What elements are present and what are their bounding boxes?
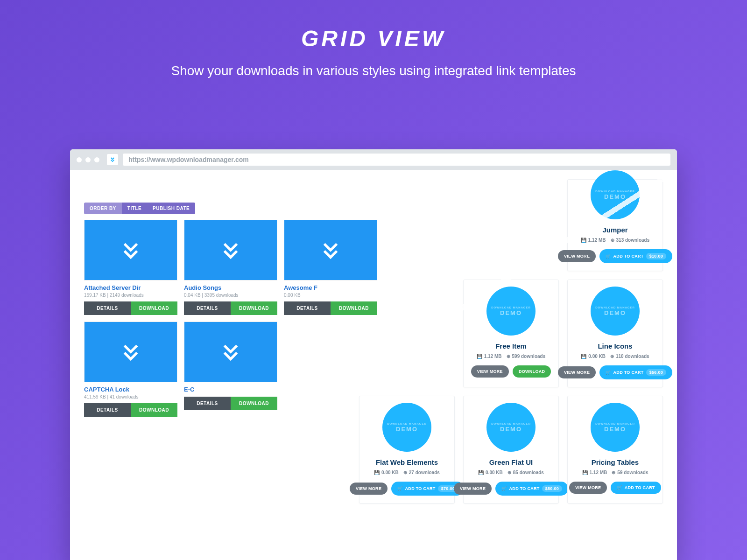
card-actions: VIEW MORE 🛒ADD TO CART$10.00 (573, 249, 657, 263)
add-to-cart-button[interactable]: 🛒ADD TO CART$70.00 (391, 482, 464, 496)
download-card-a: Audio Songs 0.04 KB | 3395 downloads DET… (184, 220, 277, 315)
browser-chrome: https://www.wpdownloadmanager.com (70, 149, 677, 170)
window-dot[interactable] (94, 157, 99, 162)
details-button[interactable]: DETAILS (284, 301, 331, 315)
download-count: ⊕599 downloads (507, 354, 546, 359)
thumbnail[interactable] (284, 220, 377, 280)
grid-style-b: DOWNLOAD MANAGER DEMO Jumper 💾1.12 MB ⊕3… (364, 179, 663, 504)
cart-icon: 🛒 (606, 370, 611, 375)
card-actions: DETAILS DOWNLOAD (284, 301, 377, 315)
download-count-icon: ⊕ (507, 470, 511, 475)
download-card-b: DOWNLOAD MANAGER DEMO Line Icons 💾0.00 K… (567, 280, 663, 387)
download-button[interactable]: DOWNLOAD (231, 397, 277, 410)
card-meta: 💾0.00 KB ⊕85 downloads (469, 470, 553, 475)
hero: GRID VIEW Show your downloads in various… (0, 0, 747, 80)
cart-icon: 🛒 (617, 485, 622, 490)
demo-badge: DOWNLOAD MANAGER DEMO (486, 287, 536, 336)
thumbnail[interactable] (184, 322, 277, 382)
disk-icon: 💾 (581, 354, 586, 359)
demo-badge-bottom: DEMO (396, 426, 418, 433)
demo-badge: DOWNLOAD MANAGER DEMO (591, 403, 640, 452)
card-meta: 💾0.00 KB ⊕27 downloads (365, 470, 449, 475)
card-title[interactable]: Attached Server Dir (84, 284, 177, 291)
file-size: 💾0.00 KB (374, 470, 399, 475)
download-card-a: Awesome F 0.00 KB DETAILS DOWNLOAD (284, 220, 377, 315)
card-meta: 159.17 KB | 2149 downloads (84, 293, 177, 298)
details-button[interactable]: DETAILS (184, 301, 231, 315)
card-meta: 411.59 KB | 41 downloads (84, 394, 177, 399)
add-to-cart-button[interactable]: 🛒ADD TO CART$80.00 (495, 482, 568, 496)
view-more-button[interactable]: VIEW MORE (454, 483, 492, 495)
download-button[interactable]: DOWNLOAD (513, 365, 551, 378)
thumbnail[interactable] (84, 322, 177, 382)
thumbnail[interactable] (184, 220, 277, 280)
add-to-cart-button[interactable]: 🛒ADD TO CART$10.00 (599, 249, 672, 263)
demo-badge: DOWNLOAD MANAGER DEMO (382, 403, 431, 452)
view-more-button[interactable]: VIEW MORE (569, 482, 607, 494)
download-count-icon: ⊕ (507, 354, 510, 359)
download-count-icon: ⊕ (611, 238, 614, 243)
download-button[interactable]: DOWNLOAD (131, 403, 177, 417)
add-to-cart-label: ADD TO CART (625, 485, 655, 490)
download-count: ⊕110 downloads (610, 354, 649, 359)
add-to-cart-label: ADD TO CART (613, 254, 644, 259)
card-title[interactable]: Pricing Tables (573, 458, 657, 466)
favicon (107, 154, 118, 165)
demo-badge-bottom: DEMO (604, 309, 626, 316)
card-title[interactable]: CAPTCHA Lock (84, 386, 177, 393)
download-button[interactable]: DOWNLOAD (131, 301, 177, 315)
card-meta: 💾1.12 MB ⊕313 downloads (573, 238, 657, 243)
details-button[interactable]: DETAILS (84, 301, 131, 315)
download-count: ⊕59 downloads (612, 470, 648, 475)
view-more-button[interactable]: VIEW MORE (471, 365, 509, 378)
order-by-bar: ORDER BY TITLE PUBLISH DATE (84, 203, 374, 214)
demo-badge-top: DOWNLOAD MANAGER (387, 422, 427, 425)
card-title[interactable]: E-C (184, 386, 277, 393)
cart-icon: 🛒 (397, 486, 402, 491)
disk-icon: 💾 (374, 470, 380, 475)
card-meta: 💾1.12 MB ⊕599 downloads (469, 354, 553, 359)
file-size: 💾1.12 MB (477, 354, 502, 359)
thumbnail[interactable] (84, 220, 177, 280)
card-actions: VIEW MORE 🛒ADD TO CART$80.00 (469, 482, 553, 496)
cart-icon: 🛒 (501, 486, 507, 491)
add-to-cart-button[interactable]: 🛒ADD TO CART$56.00 (599, 365, 672, 379)
demo-badge-bottom: DEMO (500, 309, 522, 316)
order-by-publish-date[interactable]: PUBLISH DATE (147, 203, 195, 214)
card-title[interactable]: Awesome F (284, 284, 377, 291)
download-card-b: DOWNLOAD MANAGER DEMO Pricing Tables 💾1.… (567, 396, 663, 504)
demo-badge-top: DOWNLOAD MANAGER (595, 422, 635, 425)
card-title[interactable]: Jumper (573, 226, 657, 234)
details-button[interactable]: DETAILS (184, 397, 231, 410)
view-more-button[interactable]: VIEW MORE (558, 366, 596, 378)
download-button[interactable]: DOWNLOAD (231, 301, 277, 315)
card-actions: VIEW MORE 🛒ADD TO CART$70.00 (365, 482, 449, 496)
hero-subtitle: Show your downloads in various styles us… (0, 62, 747, 80)
window-dot[interactable] (85, 157, 91, 162)
url-bar[interactable]: https://www.wpdownloadmanager.com (123, 154, 670, 166)
card-title[interactable]: Free Item (469, 342, 553, 350)
download-card-b: DOWNLOAD MANAGER DEMO Flat Web Elements … (359, 396, 455, 504)
card-title[interactable]: Green Flat UI (469, 458, 553, 466)
disk-icon: 💾 (582, 470, 588, 475)
card-title[interactable]: Flat Web Elements (365, 458, 449, 466)
order-by-title[interactable]: TITLE (122, 203, 147, 214)
window-controls[interactable] (77, 157, 99, 162)
card-title[interactable]: Audio Songs (184, 284, 277, 291)
view-more-button[interactable]: VIEW MORE (558, 250, 596, 262)
card-meta: 0.04 KB | 3395 downloads (184, 293, 277, 298)
add-to-cart-button[interactable]: 🛒ADD TO CART (611, 482, 661, 494)
window-dot[interactable] (77, 157, 82, 162)
details-button[interactable]: DETAILS (84, 403, 131, 417)
download-chevron-icon (120, 239, 141, 261)
download-count: ⊕85 downloads (507, 470, 544, 475)
download-count: ⊕313 downloads (611, 238, 650, 243)
page-canvas: ORDER BY TITLE PUBLISH DATE Attached Ser… (70, 170, 677, 560)
download-chevron-icon (120, 341, 141, 363)
view-more-button[interactable]: VIEW MORE (350, 483, 388, 495)
card-meta: 💾1.12 MB ⊕59 downloads (573, 470, 657, 475)
disk-icon: 💾 (581, 238, 586, 243)
card-title[interactable]: Line Icons (573, 342, 657, 350)
card-actions: DETAILS DOWNLOAD (84, 403, 177, 417)
download-chevron-icon (320, 239, 341, 261)
